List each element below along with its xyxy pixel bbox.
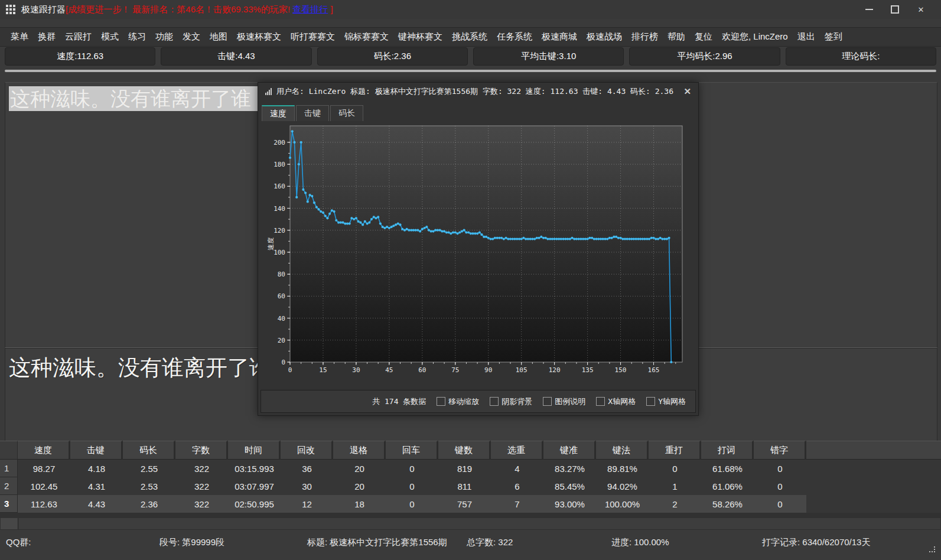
chart-option-checkbox[interactable]: 阴影背景 [490,396,532,407]
column-header: 选重 [491,441,543,460]
checkbox-icon[interactable] [437,397,445,406]
table-row-2[interactable]: 2102.454.312.5332203:07.99730200811685.4… [0,477,941,495]
stat-button[interactable]: 平均击键:3.10 [473,47,624,66]
table-row-3[interactable]: 3112.634.432.3632202:50.99512180757793.0… [0,495,941,513]
table-cell: 58.26% [701,495,754,513]
menu-item[interactable]: 任务系统 [497,31,532,43]
chart-footer: 共 174 条数据 移动缩放 阴影背景 图例说明 X轴网格 Y轴网格 [261,390,696,413]
chart-tab-2[interactable]: 击键 [296,105,329,121]
menu-item[interactable]: 复位 [695,31,712,43]
column-header: 时间 [228,441,281,460]
menu-item[interactable]: 极速杯赛文 [237,31,281,43]
checkbox-icon[interactable] [490,397,499,406]
close-button[interactable]: ✕ [913,4,929,15]
chart-option-checkbox[interactable]: Y轴网格 [646,396,686,407]
resize-grip[interactable] [929,546,935,552]
chart-tabs: 速度击键码长 [262,105,363,121]
speed-chart: 0153045607590105120135150165020406080100… [266,120,687,377]
stat-button[interactable]: 理论码长: [786,47,936,66]
data-count-label: 共 174 条数据 [372,396,426,407]
menu-item[interactable]: 排行榜 [631,31,658,43]
table-cell: 112.63 [18,495,70,513]
table-cell: 93.00% [543,495,596,513]
svg-text:0: 0 [288,366,292,374]
menu-item[interactable]: 退出 [797,31,815,43]
menu-item[interactable]: 练习 [128,31,146,43]
menu-item[interactable]: 菜单 [11,31,28,43]
minimize-button[interactable] [861,4,877,15]
menu-item[interactable]: 键神杯赛文 [398,31,442,43]
table-cell: 20 [333,460,386,477]
status-item: 标题: 极速杯中文打字比赛第1556期 [307,537,447,548]
svg-text:105: 105 [516,366,528,374]
maximize-button[interactable] [887,4,903,15]
window-controls: ✕ [861,4,941,15]
bar-chart-icon [265,88,272,95]
stat-button[interactable]: 平均码长:2.96 [629,47,780,66]
menu-item[interactable]: 锦标赛赛文 [344,31,389,43]
svg-text:90: 90 [484,366,492,374]
table-row-1[interactable]: 198.274.182.5532203:15.99336200819483.27… [0,460,941,477]
column-header: 打词 [701,441,754,460]
table-cell: 0 [754,477,806,495]
scrollbar-thumb[interactable] [18,518,940,529]
table-cell: 819 [438,460,491,477]
column-header: 退格 [333,441,386,460]
menu-item[interactable]: 极速战场 [587,31,622,43]
chart-option-checkbox[interactable]: X轴网格 [596,396,636,407]
svg-text:200: 200 [273,139,285,146]
table-cell: 61.68% [701,460,754,477]
header-filler [806,441,941,460]
column-header: 键法 [596,441,649,460]
chart-info-line: 用户名: LincZero 标题: 极速杯中文打字比赛第1556期 字数: 32… [276,86,673,97]
table-cell: 0 [754,495,806,513]
chart-close-icon[interactable]: ✕ [683,86,691,97]
menu-item[interactable]: 帮助 [668,31,685,43]
svg-text:135: 135 [582,366,594,374]
chart-tab-1[interactable]: 速度 [262,105,295,121]
menu-item[interactable]: 欢迎您, LincZero [722,31,788,43]
chart-option-label: X轴网格 [608,396,636,407]
stats-bar: 速度:112.63 击键:4.43 码长:2.36 平均击键:3.10 平均码长… [5,47,936,66]
menu-item[interactable]: 听打赛赛文 [291,31,335,43]
stat-button[interactable]: 击键:4.43 [161,47,311,66]
table-cell: 0 [386,460,438,477]
menu-item[interactable]: 签到 [825,31,842,43]
table-cell: 4.31 [70,477,123,495]
column-header: 错字 [754,441,806,460]
view-ranking-link[interactable]: 查看排行 [292,4,328,14]
menu-item[interactable]: 地图 [210,31,227,43]
checkbox-icon[interactable] [543,397,552,406]
rank-notice: [成绩更进一步！ 最新排名：第46名！击败69.33%的玩家! 查看排行 ] [66,4,333,15]
menu-item[interactable]: 极速商城 [542,31,577,43]
column-header: 速度 [18,441,70,460]
chart-option-checkbox[interactable]: 图例说明 [543,396,585,407]
table-cell: 89.81% [596,460,649,477]
app-window: { "title_bar": { "app_name": "极速跟打器", "n… [0,0,941,560]
table-scrollbar[interactable] [1,518,940,529]
svg-text:165: 165 [648,366,660,374]
svg-text:150: 150 [615,366,627,374]
status-item: 总字数: 322 [467,537,513,548]
chart-tab-3[interactable]: 码长 [330,105,363,121]
source-text: 这种滋味。没有谁离开了谁 [9,353,271,383]
table-cell: 12 [281,495,333,513]
svg-text:160: 160 [273,183,285,190]
table-cell: 322 [175,460,228,477]
checkbox-icon[interactable] [646,397,655,406]
chart-option-checkbox[interactable]: 移动缩放 [437,396,479,407]
stat-button[interactable]: 速度:112.63 [5,47,155,66]
table-cell: 61.06% [701,477,754,495]
table-cell: 20 [333,477,386,495]
menu-item[interactable]: 功能 [155,31,173,43]
stat-button[interactable]: 码长:2.36 [317,47,468,66]
checkbox-icon[interactable] [596,397,605,406]
menu-item[interactable]: 换群 [38,31,56,43]
row-number-cell: 1 [0,460,18,477]
menu-item[interactable]: 挑战系统 [452,31,487,43]
table-cell: 83.27% [543,460,596,477]
menu-item[interactable]: 模式 [101,31,119,43]
menu-item[interactable]: 云跟打 [65,31,92,43]
scrollbar-left-button[interactable] [1,518,18,529]
menu-item[interactable]: 发文 [183,31,200,43]
